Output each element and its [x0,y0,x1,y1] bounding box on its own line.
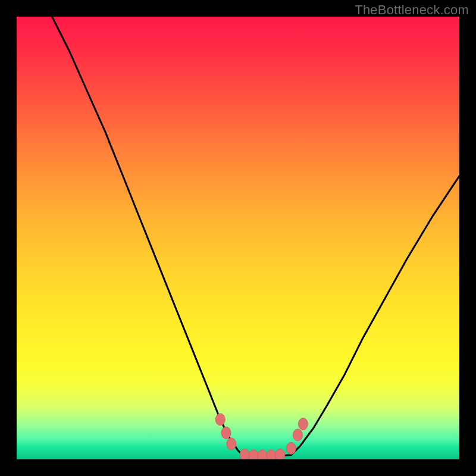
watermark-text: TheBottleneck.com [355,2,469,18]
marker-right-knee-lower [286,442,296,454]
marker-left-knee-lower [227,438,236,450]
marker-flat-4 [267,450,276,459]
marker-flat-1 [240,449,249,459]
marker-flat-5 [275,449,285,459]
chart-svg [17,17,459,459]
chart-frame [17,17,459,459]
marker-flat-2 [249,450,258,459]
marker-right-knee-top [298,418,308,430]
marker-left-knee-upper [215,414,225,425]
marker-right-knee-upper [293,429,302,441]
curve-layer [52,17,460,456]
marker-flat-3 [258,450,267,459]
bottleneck-curve [52,17,460,456]
marker-layer [215,414,308,459]
marker-left-knee-mid [221,427,231,439]
